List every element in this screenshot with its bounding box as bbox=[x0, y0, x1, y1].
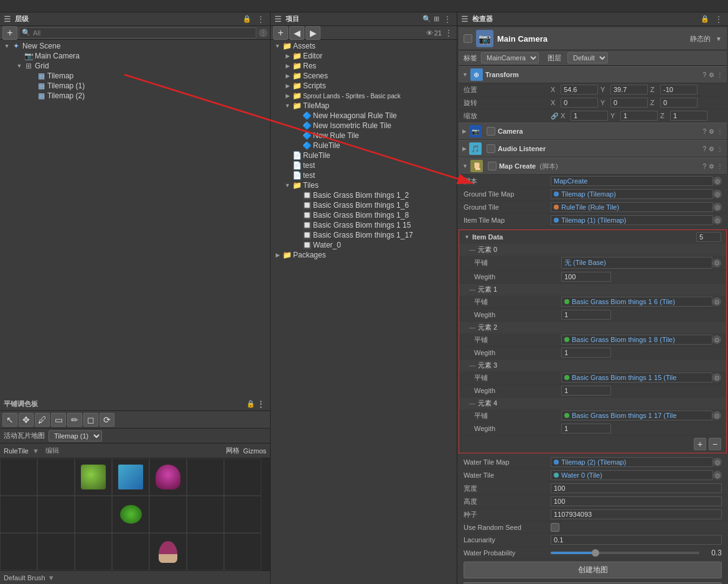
elem0-tile-ref[interactable]: 无 (Tile Base) bbox=[561, 257, 712, 269]
hierarchy-add-btn[interactable]: + bbox=[2, 26, 17, 40]
tile-cell-0-5[interactable] bbox=[187, 458, 224, 496]
pos-x-input[interactable] bbox=[561, 85, 598, 95]
audio-comp-header[interactable]: ▶ 🎵 Audio Listener ? ⚙ ⋮ bbox=[459, 140, 727, 157]
hierarchy-menu[interactable]: ⋮ bbox=[255, 14, 266, 24]
project-menu[interactable]: ⋮ bbox=[442, 14, 453, 24]
project-item-grass1-2[interactable]: 🔲 Basic Grass Biom things 1_2 bbox=[273, 190, 454, 200]
hierarchy-item-tilemap-1[interactable]: ▦ Tilemap (1) bbox=[2, 81, 268, 91]
rot-y-input[interactable] bbox=[610, 98, 648, 108]
active-checkbox[interactable] bbox=[464, 34, 472, 43]
project-item-grass1-6[interactable]: 🔲 Basic Grass Biom things 1_6 bbox=[273, 200, 454, 210]
static-dropdown[interactable]: ▼ bbox=[716, 35, 722, 42]
overflow-icon[interactable]: ⋮ bbox=[717, 72, 723, 78]
project-item-hex-tile[interactable]: 🔷 New Hexagonal Rule Tile bbox=[273, 111, 454, 121]
project-nav-fwd[interactable]: ▶ bbox=[306, 26, 320, 40]
move-tool-btn[interactable]: ✥ bbox=[19, 413, 34, 427]
item-data-count[interactable] bbox=[696, 232, 721, 242]
water-prob-slider[interactable]: 0.3 bbox=[551, 549, 722, 557]
settings-icon[interactable]: ⚙ bbox=[709, 72, 714, 78]
select-tool-btn[interactable]: ↖ bbox=[2, 413, 17, 427]
inspector-menu[interactable]: ⋮ bbox=[713, 14, 724, 24]
fill-tool-btn[interactable]: ⟳ bbox=[100, 413, 114, 427]
use-random-seed-checkbox[interactable] bbox=[551, 523, 559, 532]
hierarchy-item-tilemap[interactable]: ▦ Tilemap bbox=[2, 71, 268, 81]
tile-cell-2-1[interactable] bbox=[37, 533, 75, 570]
tile-cell-0-3[interactable] bbox=[112, 458, 149, 496]
camera-active[interactable] bbox=[487, 127, 495, 136]
water-tile-map-ref[interactable]: Tilemap (2) (Tilemap) bbox=[551, 457, 713, 467]
hierarchy-options[interactable]: ⋮ bbox=[259, 29, 268, 37]
scale-z-input[interactable] bbox=[670, 111, 707, 121]
project-item-assets[interactable]: ▼ 📁 Assets bbox=[273, 41, 454, 51]
project-item-ruletile[interactable]: 🔷 RuleTile bbox=[273, 141, 454, 151]
map-create-header[interactable]: ▼ 📜 Map Create (脚本) ? ⚙ ⋮ bbox=[459, 157, 727, 175]
edit-label[interactable]: 编辑 bbox=[45, 446, 59, 455]
project-item-test1[interactable]: 📄 test bbox=[273, 160, 454, 170]
tile-cell-0-6[interactable] bbox=[224, 458, 261, 496]
audio-overflow-icon[interactable]: ⋮ bbox=[717, 146, 723, 152]
seed-input[interactable] bbox=[551, 509, 722, 519]
slider-thumb[interactable] bbox=[592, 549, 599, 557]
tile-cell-1-5[interactable] bbox=[187, 496, 224, 533]
layer-select[interactable]: Default bbox=[567, 52, 608, 63]
tile-cell-1-3[interactable] bbox=[112, 496, 149, 533]
hierarchy-item-tilemap-2[interactable]: ▦ Tilemap (2) bbox=[2, 91, 268, 101]
elem3-weight-input[interactable] bbox=[561, 386, 611, 396]
project-item-scenes[interactable]: ▶ 📁 Scenes bbox=[273, 71, 454, 81]
paint-tool-btn[interactable]: 🖊 bbox=[35, 413, 50, 427]
elem4-tile-ref[interactable]: Basic Grass Biom things 1 17 (Tile bbox=[561, 410, 712, 420]
map-overflow-icon[interactable]: ⋮ bbox=[717, 163, 723, 170]
elem1-weight-input[interactable] bbox=[561, 310, 611, 320]
ground-tile-pick[interactable]: ⊙ bbox=[713, 203, 722, 211]
tile-cell-2-6[interactable] bbox=[224, 533, 261, 570]
pos-z-input[interactable] bbox=[660, 85, 698, 95]
erase-tool-btn[interactable]: ◻ bbox=[83, 413, 98, 427]
fill-rect-btn[interactable]: ▭ bbox=[51, 413, 66, 427]
ground-tile-ref[interactable]: RuleTile (Rule Tile) bbox=[551, 202, 713, 212]
tile-cell-1-4[interactable] bbox=[149, 496, 187, 533]
project-add-btn[interactable]: + bbox=[273, 26, 288, 40]
project-item-tilemap-folder[interactable]: ▼ 📁 TileMap bbox=[273, 101, 454, 111]
tile-cell-1-0[interactable] bbox=[0, 496, 37, 533]
project-item-test2[interactable]: 📄 test bbox=[273, 170, 454, 180]
tile-cell-1-6[interactable] bbox=[224, 496, 261, 533]
elem2-weight-input[interactable] bbox=[561, 348, 611, 358]
audio-active[interactable] bbox=[487, 144, 495, 153]
audio-help-icon[interactable]: ? bbox=[702, 146, 706, 152]
project-item-sprout[interactable]: ▶ 📁 Sprout Lands - Sprites - Basic pack bbox=[273, 91, 454, 101]
water-tile-pick[interactable]: ⊙ bbox=[713, 471, 722, 480]
map-settings-icon[interactable]: ⚙ bbox=[709, 163, 714, 170]
elem3-tile-ref[interactable]: Basic Grass Biom things 1 15 (Tile bbox=[561, 373, 712, 382]
project-view-menu[interactable]: ⋮ bbox=[443, 28, 454, 38]
elem3-tile-pick[interactable]: ⊙ bbox=[712, 373, 721, 382]
tile-cell-1-1[interactable] bbox=[37, 496, 75, 533]
elem2-tile-ref[interactable]: Basic Grass Biom things 1 8 (Tile) bbox=[561, 335, 712, 345]
hierarchy-item-grid[interactable]: ▼ ⊞ Grid bbox=[2, 61, 268, 71]
elem4-tile-pick[interactable]: ⊙ bbox=[712, 411, 721, 420]
tile-cell-0-4[interactable] bbox=[149, 458, 187, 496]
project-item-scripts[interactable]: ▶ 📁 Scripts bbox=[273, 81, 454, 91]
project-item-new-rule-tile[interactable]: 🔷 New Rule Tile bbox=[273, 131, 454, 141]
project-item-iso-tile[interactable]: 🔷 New Isometric Rule Tile bbox=[273, 121, 454, 131]
camera-overflow-icon[interactable]: ⋮ bbox=[717, 128, 723, 135]
project-item-editor[interactable]: ▶ 📁 Editor bbox=[273, 51, 454, 61]
map-active[interactable] bbox=[488, 162, 497, 170]
camera-settings-icon[interactable]: ⚙ bbox=[709, 128, 714, 135]
tile-cell-0-2[interactable] bbox=[75, 458, 112, 496]
audio-settings-icon[interactable]: ⚙ bbox=[709, 146, 714, 152]
water-tile-map-pick[interactable]: ⊙ bbox=[713, 458, 722, 466]
lacunarity-input[interactable] bbox=[551, 535, 722, 545]
scale-y-input[interactable] bbox=[620, 111, 658, 121]
tile-cell-2-5[interactable] bbox=[187, 533, 224, 570]
elem0-tile-pick[interactable]: ⊙ bbox=[712, 259, 721, 267]
camera-comp-header[interactable]: ▶ 📷 Camera ? ⚙ ⋮ bbox=[459, 123, 727, 140]
scale-x-input[interactable] bbox=[571, 111, 608, 121]
active-map-select[interactable]: Tilemap (1) bbox=[49, 430, 102, 442]
project-item-tiles-folder[interactable]: ▼ 📁 Tiles bbox=[273, 180, 454, 190]
remove-element-btn[interactable]: − bbox=[709, 438, 721, 450]
script-ref-value[interactable]: MapCreate bbox=[551, 176, 713, 186]
hierarchy-search[interactable]: 🔍 All bbox=[19, 27, 256, 39]
elem0-weight-input[interactable] bbox=[561, 272, 611, 282]
tag-select[interactable]: MainCamera bbox=[481, 52, 539, 63]
tile-cell-1-2[interactable] bbox=[75, 496, 112, 533]
